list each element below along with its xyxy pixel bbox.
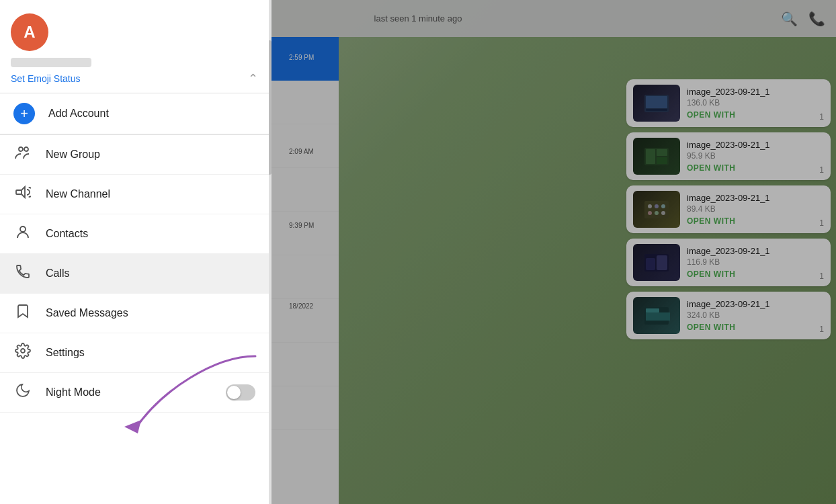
contacts-icon bbox=[13, 224, 32, 244]
add-account-icon: + bbox=[13, 103, 35, 124]
sidebar-item-calls[interactable]: Calls bbox=[0, 254, 269, 294]
settings-icon bbox=[13, 343, 32, 363]
avatar: A bbox=[11, 13, 48, 51]
sidebar-item-night-mode[interactable]: Night Mode bbox=[0, 373, 269, 413]
svg-point-21 bbox=[24, 147, 28, 151]
settings-label: Settings bbox=[46, 347, 85, 359]
svg-point-24 bbox=[21, 349, 25, 353]
new-group-label: New Group bbox=[46, 149, 100, 161]
sidebar-menu: + Add Account New Group bbox=[0, 93, 269, 504]
svg-rect-22 bbox=[16, 190, 22, 194]
app-container: last seen 1 minute ago 🔍 📞 2:59 PM 2:09 … bbox=[0, 0, 836, 504]
sidebar-header: A Set Emoji Status ⌃ bbox=[0, 0, 269, 93]
add-account-label: Add Account bbox=[48, 108, 109, 120]
night-mode-icon bbox=[13, 382, 32, 403]
new-channel-label: New Channel bbox=[46, 188, 110, 200]
set-emoji-status-button[interactable]: Set Emoji Status bbox=[11, 73, 81, 84]
sidebar-item-new-channel[interactable]: New Channel bbox=[0, 175, 269, 214]
sidebar: A Set Emoji Status ⌃ + Add Account bbox=[0, 0, 269, 504]
svg-point-23 bbox=[20, 226, 26, 232]
svg-point-20 bbox=[19, 147, 23, 151]
saved-messages-label: Saved Messages bbox=[46, 307, 128, 319]
calls-label: Calls bbox=[46, 267, 70, 280]
contacts-label: Contacts bbox=[46, 228, 88, 240]
sidebar-item-add-account[interactable]: + Add Account bbox=[0, 93, 269, 134]
emoji-status-row: Set Emoji Status ⌃ bbox=[11, 71, 258, 86]
saved-messages-icon bbox=[13, 303, 32, 323]
sidebar-item-saved-messages[interactable]: Saved Messages bbox=[0, 294, 269, 333]
sidebar-item-settings[interactable]: Settings bbox=[0, 333, 269, 373]
chevron-up-icon[interactable]: ⌃ bbox=[248, 71, 258, 86]
new-group-icon bbox=[13, 144, 32, 165]
user-name-blur bbox=[11, 58, 91, 67]
night-mode-label: Night Mode bbox=[46, 386, 101, 398]
new-channel-icon bbox=[13, 184, 32, 204]
sidebar-item-contacts[interactable]: Contacts bbox=[0, 214, 269, 254]
toggle-knob bbox=[227, 386, 241, 399]
calls-icon bbox=[13, 263, 32, 284]
sidebar-item-new-group[interactable]: New Group bbox=[0, 135, 269, 175]
night-mode-toggle[interactable] bbox=[226, 384, 255, 401]
